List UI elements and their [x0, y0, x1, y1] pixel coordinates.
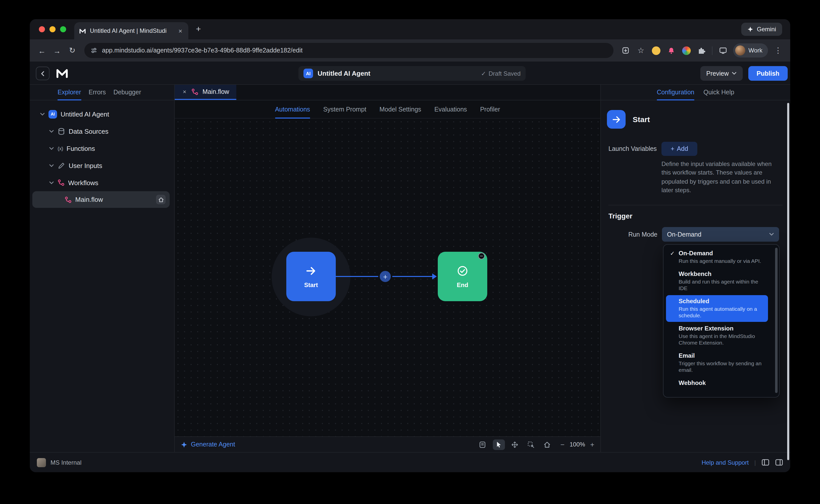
start-node-icon: [607, 110, 626, 129]
menu-item-description: Build and run this agent within the IDE: [679, 278, 765, 292]
profile-label: Work: [748, 47, 762, 54]
browser-tab[interactable]: Untitled AI Agent | MindStudi ×: [74, 22, 188, 39]
panel-node-header: Start: [607, 110, 650, 129]
tab-profiler[interactable]: Profiler: [480, 100, 500, 119]
panel-scrollbar[interactable]: [787, 103, 789, 460]
toolbar-divider: [712, 46, 713, 55]
tree-label: User Inputs: [69, 162, 102, 169]
tree-item-data-sources[interactable]: Data Sources: [30, 123, 174, 140]
configuration-panel: Configuration Quick Help Start Launch Va…: [600, 85, 790, 452]
extension-icon-yellow[interactable]: [649, 43, 663, 58]
generate-agent-button[interactable]: Generate Agent: [181, 441, 235, 448]
status-bar: MS Internal Help and Support |: [30, 452, 790, 472]
tab-share-icon[interactable]: [716, 43, 730, 58]
chevron-down-icon: [49, 181, 54, 184]
check-spacer: [670, 379, 679, 386]
menu-item-browser-extension[interactable]: Browser Extension Use this agent in the …: [666, 322, 768, 349]
agent-title: Untitled AI Agent: [318, 70, 370, 77]
menu-item-description: Use this agent in the MindStudio Chrome …: [679, 333, 765, 346]
menu-item-description: Run this agent manually or via API.: [679, 258, 765, 264]
tree-label: Main.flow: [75, 196, 103, 203]
app-back-button[interactable]: [36, 67, 49, 80]
zoom-out-button[interactable]: −: [560, 440, 564, 449]
forward-icon[interactable]: →: [50, 43, 64, 58]
back-icon[interactable]: ←: [35, 43, 49, 58]
toggle-left-panel-icon[interactable]: [761, 459, 770, 466]
menu-item-description: Trigger this workflow by sending an emai…: [679, 360, 765, 373]
tree-item-user-inputs[interactable]: User Inputs: [30, 157, 174, 174]
workflow-canvas[interactable]: Start + End: [175, 119, 600, 436]
tab-title: Untitled AI Agent | MindStudi: [90, 27, 173, 34]
start-node[interactable]: Start: [286, 252, 336, 301]
move-tool-icon[interactable]: [509, 439, 521, 450]
tree-item-workflows[interactable]: Workflows: [30, 174, 174, 191]
chevron-down-icon: [769, 233, 774, 236]
minimize-window-button[interactable]: [49, 26, 55, 32]
tree-item-functions[interactable]: (x) Functions: [30, 140, 174, 157]
menu-item-title: Scheduled: [679, 298, 765, 305]
extensions-puzzle-icon[interactable]: [694, 43, 709, 58]
workspace-label[interactable]: MS Internal: [50, 459, 81, 466]
tab-explorer[interactable]: Explorer: [58, 85, 81, 100]
tree-item-agent[interactable]: AI Untitled AI Agent: [30, 105, 174, 123]
sparkle-icon: [181, 441, 187, 448]
menu-item-description: Run this agent automatically on a schedu…: [679, 306, 765, 319]
browser-profile-chip[interactable]: Work: [733, 43, 768, 58]
tab-configuration[interactable]: Configuration: [657, 85, 695, 100]
menu-item-workbench[interactable]: Workbench Build and run this agent withi…: [666, 268, 768, 295]
app-header: AI Untitled AI Agent ✓ Draft Saved Previ…: [30, 62, 790, 85]
add-variable-button[interactable]: + Add: [662, 142, 697, 156]
tab-close-icon[interactable]: ×: [177, 27, 183, 35]
bookmark-star-icon[interactable]: ☆: [634, 43, 648, 58]
mindstudio-logo: [56, 68, 68, 78]
run-mode-row: Run Mode On-Demand: [601, 227, 779, 242]
extension-icon-bell[interactable]: [664, 43, 678, 58]
menu-item-scheduled[interactable]: Scheduled Run this agent automatically o…: [666, 295, 768, 322]
browser-tab-strip: Untitled AI Agent | MindStudi × + Gemini: [30, 19, 790, 39]
tree-item-main-flow[interactable]: Main.flow: [32, 191, 170, 208]
browser-menu-icon[interactable]: ⋮: [771, 43, 785, 58]
zoom-window-button[interactable]: [60, 26, 66, 32]
extension-icon-color[interactable]: [679, 43, 693, 58]
chevron-down-icon: [49, 129, 54, 133]
help-and-support-link[interactable]: Help and Support: [702, 459, 749, 466]
menu-item-webhook[interactable]: Webhook: [666, 377, 768, 389]
menu-item-email[interactable]: Email Trigger this workflow by sending a…: [666, 350, 768, 376]
agent-title-bar[interactable]: AI Untitled AI Agent ✓ Draft Saved: [299, 66, 526, 81]
menu-item-title: Email: [679, 352, 765, 359]
screen: Untitled AI Agent | MindStudi × + Gemini…: [0, 0, 820, 504]
home-badge[interactable]: [156, 195, 165, 204]
close-window-button[interactable]: [39, 26, 45, 32]
preview-button[interactable]: Preview: [700, 66, 743, 81]
close-file-icon[interactable]: ×: [182, 88, 187, 95]
reload-icon[interactable]: ↻: [65, 43, 79, 58]
new-tab-button[interactable]: +: [191, 22, 206, 36]
workflow-editor: × Main.flow Automations System Prompt Mo…: [175, 85, 600, 452]
tab-system-prompt[interactable]: System Prompt: [323, 100, 366, 119]
file-tab-main-flow[interactable]: × Main.flow: [175, 85, 236, 100]
toggle-right-panel-icon[interactable]: [775, 459, 783, 466]
zoom-in-button[interactable]: +: [590, 440, 594, 449]
menu-item-on-demand[interactable]: ✓ On-Demand Run this agent manually or v…: [666, 247, 768, 267]
save-icon[interactable]: [619, 43, 633, 58]
workspace-avatar: [37, 458, 46, 467]
fit-home-icon[interactable]: [541, 439, 553, 450]
generate-agent-label: Generate Agent: [191, 441, 235, 448]
add-step-button[interactable]: +: [378, 269, 392, 284]
tab-debugger[interactable]: Debugger: [113, 85, 141, 100]
tab-errors[interactable]: Errors: [89, 85, 106, 100]
run-mode-select[interactable]: On-Demand: [662, 227, 779, 242]
publish-button[interactable]: Publish: [748, 66, 788, 81]
tab-model-settings[interactable]: Model Settings: [379, 100, 421, 119]
tab-quick-help[interactable]: Quick Help: [703, 85, 734, 100]
comment-tool-icon[interactable]: [477, 439, 489, 450]
select-tool-icon[interactable]: [493, 439, 505, 450]
dropdown-scrollbar[interactable]: [775, 248, 778, 393]
address-bar[interactable]: app.mindstudio.ai/agents/9937ce3e-b7e3-4…: [84, 43, 613, 58]
arrow-right-icon: [305, 265, 317, 277]
collapse-node-badge[interactable]: [478, 252, 485, 260]
tab-evaluations[interactable]: Evaluations: [434, 100, 467, 119]
marquee-tool-icon[interactable]: [525, 439, 537, 450]
gemini-button[interactable]: Gemini: [741, 23, 782, 36]
tab-automations[interactable]: Automations: [275, 100, 310, 119]
